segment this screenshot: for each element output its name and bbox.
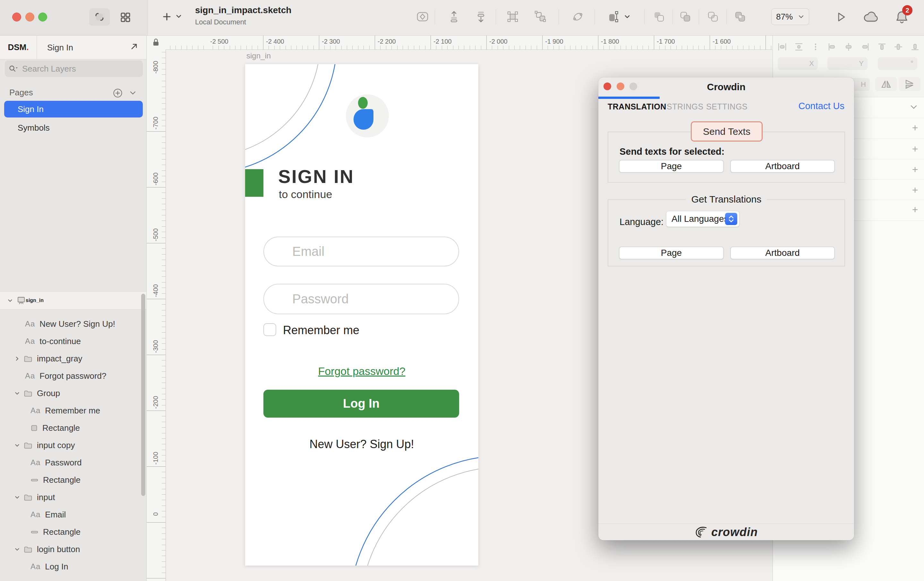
- distribute-vertically-icon[interactable]: [794, 42, 804, 52]
- align-left-icon[interactable]: [827, 42, 837, 52]
- tab-translation[interactable]: TRANSLATION: [608, 102, 667, 111]
- boolean-subtract-button[interactable]: [678, 10, 692, 24]
- layer-item[interactable]: login button: [0, 541, 146, 558]
- bring-forward-button[interactable]: [447, 10, 461, 24]
- select-stepper-icon[interactable]: [725, 213, 737, 225]
- flip-vertical-button[interactable]: [899, 77, 921, 91]
- sidebar-page-item[interactable]: Sign In: [4, 101, 143, 118]
- rotation-field-label: °: [911, 60, 913, 68]
- x-position-field[interactable]: X: [778, 57, 818, 70]
- email-field-mock: Email: [263, 237, 459, 266]
- text-layer-icon: Aa: [30, 458, 40, 467]
- add-style-button[interactable]: +: [909, 164, 921, 175]
- rotation-field[interactable]: °: [878, 57, 917, 70]
- tab-strings[interactable]: STRINGS: [667, 102, 704, 111]
- transform-tool-button[interactable]: [571, 10, 585, 24]
- artboard-sign-in[interactable]: SIGN IN to continue Email Password Remem…: [245, 64, 478, 566]
- tab-settings[interactable]: SETTINGS: [706, 102, 747, 111]
- ungroup-button[interactable]: [533, 10, 548, 24]
- add-style-button[interactable]: +: [909, 122, 921, 134]
- toolbar-separator: [559, 10, 559, 25]
- y-position-field[interactable]: Y: [827, 57, 868, 70]
- align-top-icon[interactable]: [877, 42, 887, 52]
- get-translations-group: Get Translations Language: All Languages…: [608, 199, 845, 266]
- chevron-down-icon[interactable]: [15, 495, 20, 500]
- cloud-sync-button[interactable]: [863, 10, 880, 25]
- pages-collapse-chevron-icon[interactable]: [129, 91, 136, 96]
- add-style-button[interactable]: +: [909, 143, 921, 155]
- align-center-horizontally-icon[interactable]: [844, 42, 853, 52]
- chevron-down-icon[interactable]: [15, 391, 20, 396]
- get-artboard-button[interactable]: Artboard: [730, 247, 835, 259]
- layer-item[interactable]: input: [0, 488, 146, 506]
- toolbar-separator: [644, 10, 645, 25]
- contact-us-link[interactable]: Contact Us: [799, 101, 845, 111]
- tab-dsm[interactable]: DSM.: [0, 35, 37, 59]
- search-layers-field[interactable]: [5, 60, 143, 77]
- send-artboard-button[interactable]: Artboard: [730, 160, 835, 173]
- layer-item[interactable]: AaNew User? Sign Up!: [0, 315, 146, 333]
- sidebar-scrollbar[interactable]: [141, 294, 145, 496]
- layer-item[interactable]: sign_in: [0, 291, 146, 310]
- tab-current-page[interactable]: Sign In: [47, 43, 73, 53]
- group-button[interactable]: [506, 10, 520, 24]
- chevron-right-icon[interactable]: [15, 356, 20, 361]
- section-collapse-chevron-icon[interactable]: [910, 105, 917, 110]
- grid-view-button[interactable]: [116, 10, 135, 25]
- insert-button[interactable]: [160, 10, 174, 24]
- layer-label: Rectangle: [43, 527, 81, 537]
- layer-item[interactable]: Rectangle: [0, 471, 146, 488]
- boolean-union-button[interactable]: [652, 10, 666, 24]
- layer-item[interactable]: Aato-continue: [0, 333, 146, 350]
- artboard-title-label[interactable]: sign_in: [246, 51, 271, 60]
- add-page-button[interactable]: [113, 88, 122, 98]
- layer-item[interactable]: Group: [0, 384, 146, 402]
- crowdin-logo-icon: [695, 526, 709, 538]
- layer-item[interactable]: AaLog In: [0, 558, 146, 575]
- folder-layer-icon: [24, 442, 32, 449]
- align-middle-vertically-icon[interactable]: [894, 42, 903, 52]
- layer-item[interactable]: AaForgot password?: [0, 367, 146, 384]
- window-close-button[interactable]: [12, 13, 21, 22]
- layer-item[interactable]: AaEmail: [0, 506, 146, 523]
- get-page-button[interactable]: Page: [619, 247, 724, 259]
- layer-item[interactable]: impact_gray: [0, 350, 146, 367]
- boolean-intersect-button[interactable]: [706, 10, 720, 24]
- external-link-icon[interactable]: [130, 42, 138, 51]
- add-style-button[interactable]: +: [909, 204, 921, 215]
- symbols-tool-button[interactable]: [416, 10, 430, 24]
- chevron-down-icon[interactable]: [15, 443, 20, 448]
- add-style-button[interactable]: +: [909, 184, 921, 196]
- canvas-view-toggle-button[interactable]: [89, 8, 110, 26]
- sidebar-page-item[interactable]: Symbols: [4, 119, 143, 136]
- preview-button[interactable]: [833, 10, 848, 25]
- align-right-icon[interactable]: [860, 42, 870, 52]
- scale-tool-button[interactable]: [606, 10, 620, 24]
- align-bottom-icon[interactable]: [910, 42, 920, 52]
- layer-item[interactable]: Rectangle: [0, 523, 146, 541]
- chevron-down-icon[interactable]: [7, 298, 13, 303]
- zoom-level-select[interactable]: 87%: [771, 8, 809, 25]
- language-select[interactable]: All Languages: [666, 211, 739, 227]
- layer-item[interactable]: AaRemember me: [0, 402, 146, 419]
- crowdin-wordmark: crowdin: [711, 525, 758, 539]
- plus-icon: [162, 11, 172, 22]
- more-options-icon[interactable]: [811, 42, 820, 52]
- search-layers-input[interactable]: [21, 64, 132, 74]
- layer-item[interactable]: Rectangle: [0, 419, 146, 437]
- scale-chevron-icon[interactable]: [624, 14, 631, 19]
- ruler-corner-lock[interactable]: [146, 35, 165, 50]
- layer-label: input copy: [37, 440, 75, 450]
- window-minimize-button[interactable]: [25, 13, 34, 22]
- insert-chevron-icon[interactable]: [175, 13, 182, 19]
- send-page-button[interactable]: Page: [619, 160, 724, 173]
- send-texts-button[interactable]: Send Texts: [691, 121, 762, 142]
- distribute-horizontally-icon[interactable]: [777, 42, 787, 52]
- window-zoom-button[interactable]: [38, 13, 47, 22]
- layer-item[interactable]: AaPassword: [0, 454, 146, 471]
- boolean-difference-button[interactable]: [733, 10, 747, 24]
- chevron-down-icon[interactable]: [15, 547, 20, 552]
- send-backward-button[interactable]: [474, 10, 488, 24]
- layer-item[interactable]: input copy: [0, 437, 146, 454]
- flip-horizontal-button[interactable]: [875, 77, 897, 91]
